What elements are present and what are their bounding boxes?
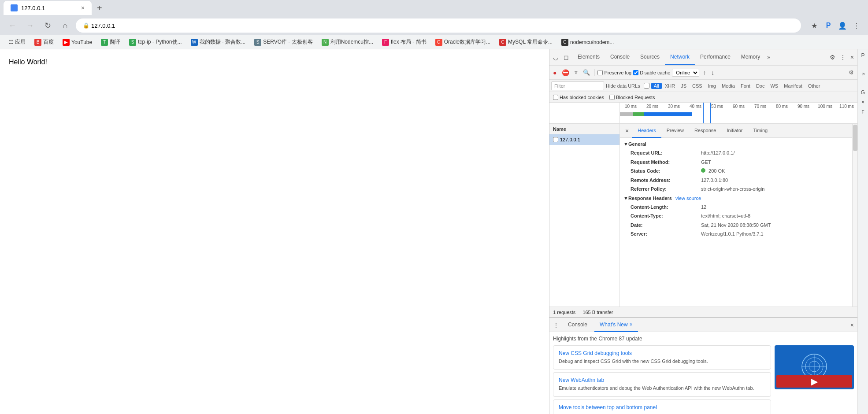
extensions-button[interactable]: P <box>822 19 835 32</box>
bookmark-button[interactable]: ★ <box>808 19 820 32</box>
preserve-log-input[interactable] <box>597 70 603 75</box>
bookmark-youtube[interactable]: ▶ YouTube <box>59 38 96 47</box>
active-tab[interactable]: 127.0.0.1 × <box>4 1 92 15</box>
reload-button[interactable]: ↻ <box>41 18 55 33</box>
whatsnew-close[interactable]: × <box>630 322 633 328</box>
bookmark-mydata[interactable]: W 我的数据 - 聚合数... <box>187 37 249 47</box>
request-item-127[interactable]: 127.0.0.1 <box>549 134 619 145</box>
bottom-menu-icon[interactable]: ⋮ <box>553 322 559 329</box>
bottom-tab-console[interactable]: Console <box>563 318 593 332</box>
bookmark-translate[interactable]: T 翻译 <box>97 37 124 47</box>
sidebar-x-icon[interactable]: × <box>859 98 868 107</box>
filter-input[interactable] <box>551 81 604 90</box>
response-section-header[interactable]: ▼ Response Headers view source <box>620 194 852 203</box>
bookmark-oracle[interactable]: O Oracle数据库学习... <box>432 37 494 47</box>
tab-memory[interactable]: Memory <box>736 49 765 65</box>
bookmark-github[interactable]: G nodemcu/nodem... <box>558 38 617 47</box>
headers-tab-preview[interactable]: Preview <box>661 124 689 138</box>
content-type-value: text/html; charset=utf-8 <box>701 212 750 220</box>
filter-css[interactable]: CSS <box>690 83 705 89</box>
filter-doc[interactable]: Doc <box>753 83 768 89</box>
upload-arrow[interactable]: ↑ <box>701 68 708 77</box>
tab-console[interactable]: Console <box>605 49 635 65</box>
referrer-policy-row: Referrer Policy: strict-origin-when-cros… <box>620 185 852 194</box>
sidebar-g-icon[interactable]: G <box>859 88 868 97</box>
download-arrow[interactable]: ↓ <box>709 68 716 77</box>
forward-button[interactable]: → <box>23 18 37 33</box>
more-tabs-button[interactable]: » <box>765 54 772 60</box>
disable-cache-checkbox[interactable]: Disable cache <box>633 70 670 75</box>
search-button[interactable]: 🔍 <box>581 68 592 77</box>
network-settings-icon[interactable]: ⚙ <box>847 68 856 77</box>
chrome-menu-button[interactable]: ⋮ <box>850 19 863 32</box>
tab-performance[interactable]: Performance <box>695 49 736 65</box>
news-item-move-tools[interactable]: Move tools between top and bottom panel <box>553 399 771 414</box>
new-tab-button[interactable]: + <box>93 1 106 15</box>
tab-close-button[interactable]: × <box>81 4 85 11</box>
headers-tab-headers[interactable]: Headers <box>632 124 661 138</box>
tab-network[interactable]: Network <box>665 49 695 65</box>
preserve-log-checkbox[interactable]: Preserve log <box>597 70 631 75</box>
headers-tab-initiator[interactable]: Initiator <box>721 124 748 138</box>
home-button[interactable]: ⌂ <box>58 18 72 33</box>
request-checkbox[interactable] <box>553 137 558 142</box>
timeline-name-col <box>549 103 620 123</box>
news-item-webauthn[interactable]: New WebAuthn tab Emulate authenticators … <box>553 372 771 396</box>
throttle-select[interactable]: Online <box>672 69 699 77</box>
tab-elements[interactable]: Elements <box>572 49 605 65</box>
headers-close-x[interactable]: × <box>622 127 632 134</box>
headers-tab-response[interactable]: Response <box>689 124 722 138</box>
general-section-header[interactable]: ▼ General <box>620 140 852 148</box>
translate-icon: T <box>101 39 108 46</box>
disable-cache-input[interactable] <box>633 70 638 75</box>
sidebar-project-icon[interactable]: P <box>859 51 868 60</box>
sidebar-structure-icon[interactable]: S <box>859 61 868 87</box>
bookmark-mysql[interactable]: C MySQL 常用命令... <box>496 37 556 47</box>
address-input[interactable]: 🔒 127.0.0.1 <box>76 18 801 33</box>
network-settings-btn[interactable]: ⚙ <box>847 68 856 77</box>
bookmark-tcpip[interactable]: S tcp-ip - Python使... <box>126 37 185 47</box>
bookmark-servo[interactable]: S SERVO库 - 太极创客 <box>251 37 316 47</box>
bottom-close-button[interactable]: × <box>850 322 854 329</box>
blocked-requests-checkbox[interactable]: Blocked Requests <box>609 95 655 100</box>
filter-button[interactable]: ▿ <box>573 68 579 77</box>
sidebar-fav-icon[interactable]: F <box>859 107 868 116</box>
filter-ws[interactable]: WS <box>768 83 781 89</box>
bookmark-flex[interactable]: F flex 布局 - 简书 <box>378 37 430 47</box>
view-source-link[interactable]: view source <box>675 196 701 201</box>
bookmark-servo-label: SERVO库 - 太极创客 <box>263 38 312 46</box>
news-video-thumbnail[interactable]: ▶ <box>775 345 854 389</box>
device-button[interactable]: ◻ <box>562 52 571 63</box>
blocked-requests-input[interactable] <box>609 95 615 100</box>
filter-font[interactable]: Font <box>738 83 753 89</box>
filter-manifest[interactable]: Manifest <box>781 83 805 89</box>
flex-icon: F <box>382 39 389 46</box>
back-button[interactable]: ← <box>5 18 19 33</box>
news-item-css-grid[interactable]: New CSS Grid debugging tools Debug and i… <box>553 345 771 370</box>
tab-sources[interactable]: Sources <box>635 49 665 65</box>
inspect-button[interactable]: ◡ <box>551 52 560 63</box>
bottom-tab-whatsnew[interactable]: What's New × <box>594 318 638 332</box>
filter-other[interactable]: Other <box>805 83 823 89</box>
video-play-overlay[interactable]: ▶ <box>776 375 852 388</box>
clear-button[interactable]: ⛔ <box>560 68 571 77</box>
devtools-settings-button[interactable]: ⚙ <box>828 52 837 63</box>
blocked-cookies-input[interactable] <box>553 95 558 100</box>
devtools-close-button[interactable]: × <box>849 52 856 63</box>
filter-xhr[interactable]: XHR <box>662 83 678 89</box>
record-button[interactable]: ● <box>551 68 558 77</box>
headers-tab-timing[interactable]: Timing <box>748 124 773 138</box>
bookmark-apps[interactable]: ☷ 应用 <box>5 37 29 47</box>
devtools-more-button[interactable]: ⋮ <box>838 52 848 63</box>
filter-js[interactable]: JS <box>678 83 689 89</box>
filter-media[interactable]: Media <box>719 83 738 89</box>
hello-world-text: Hello World! <box>9 58 540 66</box>
blocked-cookies-checkbox[interactable]: Has blocked cookies <box>553 95 604 100</box>
bookmark-nodemcu[interactable]: N 利用Nodemcu控... <box>318 37 377 47</box>
scrollbar-thumb[interactable] <box>853 125 857 151</box>
hide-data-urls-checkbox[interactable] <box>644 83 649 89</box>
profile-button[interactable]: 👤 <box>836 19 849 32</box>
filter-all[interactable]: All <box>651 83 662 89</box>
bookmark-baidu[interactable]: B 百度 <box>31 37 57 47</box>
filter-img[interactable]: Img <box>705 83 719 89</box>
